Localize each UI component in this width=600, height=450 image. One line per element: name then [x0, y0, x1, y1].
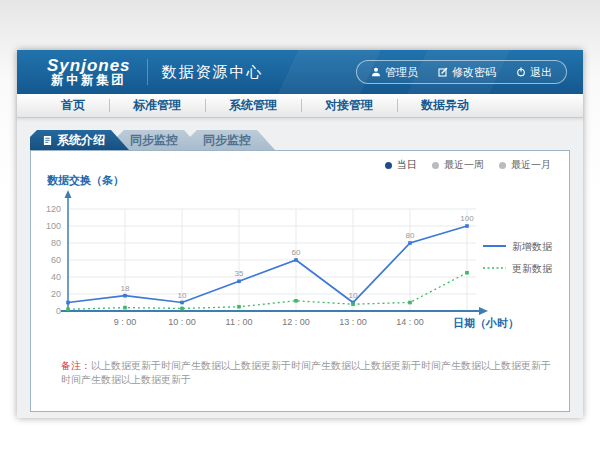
point-label: 80	[406, 231, 415, 240]
footer-note: 备注：以上数据更新于时间产生数据以上数据更新于时间产生数据以上数据更新于时间产生…	[61, 359, 553, 387]
nav-item-5[interactable]: 数据异动	[397, 94, 493, 117]
company-logo: Synjones 新中新集团	[47, 57, 131, 88]
note-text: 以上数据更新于时间产生数据以上数据更新于时间产生数据以上数据更新于时间产生数据以…	[61, 360, 551, 385]
data-point	[294, 299, 298, 303]
data-point	[180, 307, 184, 311]
navbar-items: 首页标准管理系统管理对接管理数据异动	[17, 94, 583, 118]
data-point	[408, 301, 412, 305]
x-tick-label: 9 : 00	[114, 317, 137, 327]
nav-item-1[interactable]: 首页	[37, 94, 109, 117]
app-header: Synjones 新中新集团 数据资源中心 管理员 修改密码	[17, 50, 583, 94]
point-label: 18	[121, 284, 130, 293]
y-tick-label: 60	[51, 255, 61, 265]
note-prefix: 备注：	[61, 360, 91, 371]
x-tick-label: 14 : 00	[396, 317, 424, 327]
main-content: 系统介绍同步监控同步监控 当日最近一周最近一月 数据交换（条）日期（小时）020…	[17, 118, 583, 418]
user-icon	[371, 67, 381, 77]
app-window: Synjones 新中新集团 数据资源中心 管理员 修改密码	[17, 50, 583, 418]
data-point	[180, 301, 184, 305]
data-point	[237, 279, 241, 283]
power-icon	[516, 67, 526, 77]
tab-label: 同步监控	[130, 132, 178, 149]
legend-label: 新增数据	[512, 241, 553, 252]
data-point	[351, 302, 355, 306]
logout-label: 退出	[530, 65, 552, 80]
data-point	[294, 258, 298, 262]
chart-panel: 当日最近一周最近一月 数据交换（条）日期（小时）0204060801001209…	[30, 150, 570, 412]
y-tick-label: 20	[51, 289, 61, 299]
header-actions: 管理员 修改密码 退出	[356, 60, 567, 84]
y-tick-label: 120	[46, 204, 61, 214]
tab-3[interactable]: 同步监控	[190, 130, 275, 150]
admin-user-label: 管理员	[385, 65, 418, 80]
change-password-button[interactable]: 修改密码	[428, 65, 506, 80]
point-label: 35	[235, 269, 244, 278]
y-tick-label: 0	[56, 306, 61, 316]
data-point	[465, 271, 469, 275]
data-point	[66, 308, 70, 312]
admin-user-button[interactable]: 管理员	[361, 65, 428, 80]
data-point	[123, 306, 127, 310]
header-divider	[147, 59, 148, 85]
x-tick-label: 10 : 00	[168, 317, 196, 327]
point-label: 10	[178, 291, 187, 300]
data-point	[408, 241, 412, 245]
tabs: 系统介绍同步监控同步监控	[30, 130, 275, 150]
data-point	[237, 305, 241, 309]
x-tick-label: 12 : 00	[282, 317, 310, 327]
y-axis-title: 数据交换（条）	[46, 174, 124, 187]
tab-label: 同步监控	[203, 132, 251, 149]
page-title: 数据资源中心	[162, 63, 264, 82]
change-password-label: 修改密码	[452, 65, 496, 80]
x-tick-label: 11 : 00	[226, 317, 253, 327]
x-axis-arrow	[479, 307, 488, 315]
nav-item-2[interactable]: 标准管理	[109, 94, 205, 117]
nav-item-3[interactable]: 系统管理	[205, 94, 301, 117]
logo-text-en: Synjones	[47, 57, 131, 75]
x-tick-label: 13 : 00	[339, 317, 367, 327]
data-point	[66, 301, 70, 305]
logo-text-cn: 新中新集团	[47, 74, 131, 87]
point-label: 10	[349, 291, 358, 300]
x-axis-title: 日期（小时）	[453, 317, 519, 330]
y-tick-label: 80	[51, 238, 61, 248]
logout-button[interactable]: 退出	[506, 65, 562, 80]
tab-label: 系统介绍	[57, 132, 105, 149]
edit-icon	[438, 67, 448, 77]
nav-item-4[interactable]: 对接管理	[301, 94, 397, 117]
legend-label: 更新数据	[512, 263, 553, 274]
point-label: 100	[460, 214, 474, 223]
point-label: 60	[292, 248, 301, 257]
document-icon	[43, 135, 52, 146]
y-tick-label: 40	[51, 272, 61, 282]
tab-2[interactable]: 同步监控	[117, 130, 202, 150]
tab-1[interactable]: 系统介绍	[30, 130, 129, 150]
data-point	[123, 294, 127, 298]
y-tick-label: 100	[46, 221, 61, 231]
data-point	[465, 224, 469, 228]
y-axis-arrow	[65, 190, 72, 198]
